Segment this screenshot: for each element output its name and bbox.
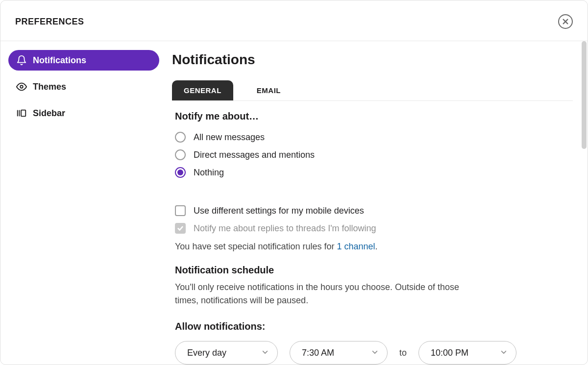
checkbox-row-mobile[interactable]: Use different settings for my mobile dev…: [175, 205, 570, 216]
select-value: Every day: [187, 348, 226, 358]
close-button[interactable]: [558, 14, 573, 29]
radio-label: Nothing: [194, 168, 224, 178]
modal-title: PREFERENCES: [15, 17, 84, 27]
sidebar-item-themes[interactable]: Themes: [8, 76, 159, 97]
checkbox-label: Notify me about replies to threads I'm f…: [194, 223, 376, 234]
allow-section: Allow notifications: Every day 7:30 AM: [172, 311, 573, 365]
allow-heading: Allow notifications:: [175, 321, 570, 332]
svg-rect-5: [21, 110, 25, 117]
start-time-select[interactable]: 7:30 AM: [290, 341, 388, 365]
check-icon: [177, 225, 184, 232]
schedule-section: Notification schedule You'll only receiv…: [172, 255, 573, 307]
bell-icon: [16, 55, 27, 66]
radio-row-nothing[interactable]: Nothing: [175, 167, 570, 178]
checkbox-label: Use different settings for my mobile dev…: [194, 206, 364, 216]
sidebar-item-label: Sidebar: [33, 108, 65, 119]
eye-icon: [16, 81, 27, 92]
frequency-select[interactable]: Every day: [175, 341, 278, 365]
sidebar-item-sidebar[interactable]: Sidebar: [8, 103, 159, 123]
radio-all-messages[interactable]: [175, 132, 186, 143]
radio-dm-mentions[interactable]: [175, 149, 186, 160]
sidebar-layout-icon: [16, 108, 27, 119]
checkbox-mobile-settings[interactable]: [175, 205, 186, 216]
tab-email[interactable]: EMAIL: [245, 80, 293, 100]
svg-point-2: [20, 85, 23, 88]
tabs: GENERAL EMAIL: [172, 80, 573, 101]
content-panel: Notifications GENERAL EMAIL Notify me ab…: [167, 41, 588, 365]
checkbox-thread-replies: [175, 223, 186, 234]
tab-general[interactable]: GENERAL: [172, 80, 233, 100]
chevron-down-icon: [262, 348, 269, 358]
end-time-select[interactable]: 10:00 PM: [418, 341, 516, 365]
special-rules-link[interactable]: 1 channel: [337, 242, 375, 251]
modal-body: Notifications Themes: [0, 41, 588, 365]
to-label: to: [399, 348, 407, 358]
page-title: Notifications: [172, 52, 573, 68]
select-value: 10:00 PM: [431, 348, 468, 358]
schedule-heading: Notification schedule: [175, 265, 570, 276]
modal-header: PREFERENCES: [0, 0, 588, 41]
sidebar-item-label: Themes: [33, 82, 66, 92]
schedule-description: You'll only receive notifications in the…: [175, 281, 479, 307]
sidebar-item-notifications[interactable]: Notifications: [8, 50, 159, 71]
radio-row-dm-mentions[interactable]: Direct messages and mentions: [175, 149, 570, 160]
scrollbar-thumb[interactable]: [582, 41, 587, 149]
radio-label: Direct messages and mentions: [194, 150, 315, 160]
notify-me-section: Notify me about… All new messages Direct…: [172, 101, 573, 252]
checkbox-row-threads: Notify me about replies to threads I'm f…: [175, 223, 570, 234]
notify-heading: Notify me about…: [175, 111, 570, 122]
sidebar-item-label: Notifications: [33, 55, 86, 66]
radio-nothing[interactable]: [175, 167, 186, 178]
schedule-select-row: Every day 7:30 AM to: [175, 341, 570, 365]
radio-row-all-messages[interactable]: All new messages: [175, 132, 570, 143]
preferences-modal: PREFERENCES Notifications: [0, 0, 588, 365]
chevron-down-icon: [500, 348, 507, 358]
select-value: 7:30 AM: [302, 348, 334, 358]
preferences-sidebar: Notifications Themes: [0, 41, 167, 365]
chevron-down-icon: [371, 348, 378, 358]
close-icon: [562, 18, 569, 25]
radio-label: All new messages: [194, 132, 265, 143]
special-rules-note: You have set special notification rules …: [175, 242, 570, 252]
